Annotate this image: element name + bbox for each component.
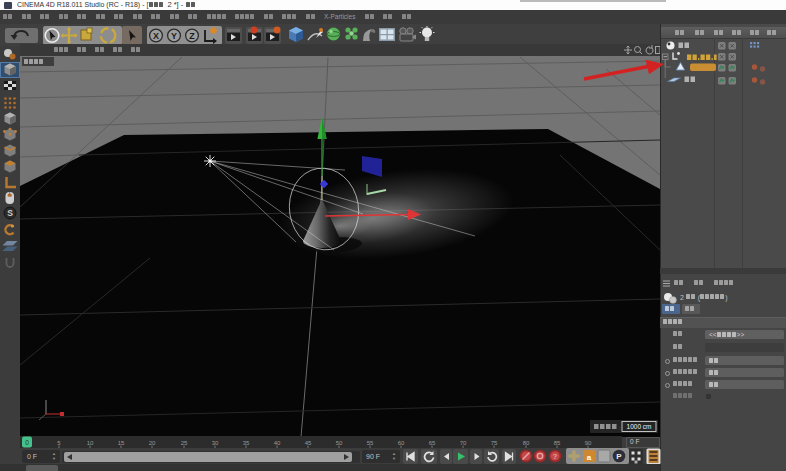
svg-text:80: 80 — [523, 440, 530, 446]
svg-text:55: 55 — [367, 440, 374, 446]
svg-text:75: 75 — [491, 440, 498, 446]
svg-text:1000 cm: 1000 cm — [627, 423, 652, 430]
svg-text:Y: Y — [171, 31, 177, 41]
svg-text:15: 15 — [118, 440, 125, 446]
svg-text:20: 20 — [149, 440, 156, 446]
svg-text:70: 70 — [460, 440, 467, 446]
svg-text:35: 35 — [243, 440, 250, 446]
svg-text:50: 50 — [336, 440, 343, 446]
svg-text:40: 40 — [274, 440, 281, 446]
svg-text:25: 25 — [181, 440, 188, 446]
svg-text:90: 90 — [585, 440, 592, 446]
svg-text:a: a — [587, 453, 592, 462]
svg-text:45: 45 — [305, 440, 312, 446]
svg-text:Z: Z — [189, 31, 195, 41]
svg-text:0: 0 — [25, 439, 29, 446]
svg-text:10: 10 — [87, 440, 94, 446]
svg-text:?: ? — [553, 452, 558, 461]
svg-text:85: 85 — [554, 440, 561, 446]
svg-text:S: S — [7, 208, 13, 218]
svg-text:X: X — [153, 31, 159, 41]
svg-text:P: P — [616, 452, 622, 461]
svg-text:60: 60 — [398, 440, 405, 446]
svg-text:5: 5 — [57, 440, 61, 446]
svg-text:30: 30 — [212, 440, 219, 446]
svg-text:65: 65 — [429, 440, 436, 446]
